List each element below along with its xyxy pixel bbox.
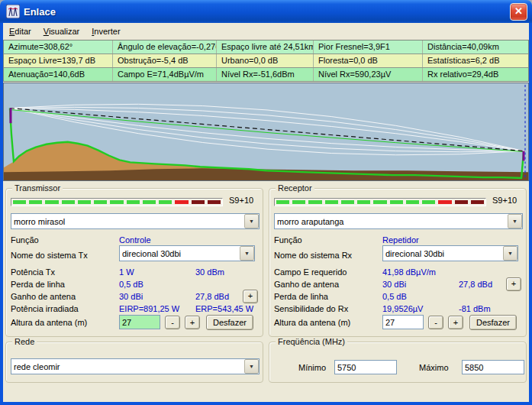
frequency-max-label: Máximo	[419, 363, 449, 372]
window-title: Enlace	[24, 6, 56, 18]
tx-gain-dbd: 27,8 dBd	[195, 292, 229, 301]
rx-funcao-label: Função	[274, 235, 302, 245]
distance-cell: Distância=40,09km	[423, 40, 528, 53]
frequency-group-title: Freqüência (MHz)	[276, 337, 347, 346]
summary-row-3: Atenuação=140,6dB Campo E=71,4dBµV/m Nív…	[4, 68, 528, 81]
rx-gain-dbi: 30 dBi	[382, 280, 406, 289]
signal-segment	[357, 200, 370, 204]
network-group-title: Rede	[12, 337, 37, 346]
tx-site-combobox[interactable]: morro mirasol ▼	[11, 213, 260, 229]
tx-height-minus-button[interactable]: -	[165, 316, 180, 329]
signal-segment	[175, 200, 188, 204]
rx-sensitivity-uv: 19,9526µV	[382, 304, 423, 313]
tx-funcao-label: Função	[11, 235, 39, 245]
signal-segment	[192, 200, 205, 204]
rx-site-combobox[interactable]: morro araputanga ▼	[274, 213, 523, 229]
tx-site-dropdown-icon[interactable]: ▼	[244, 214, 259, 228]
terrain-profile-svg	[4, 83, 528, 180]
tx-gain-dbi: 30 dBi	[119, 292, 143, 301]
rx-signal-strength-bar	[274, 198, 486, 206]
rx-line-loss-row: Perda de linha 0,5 dB	[274, 291, 521, 303]
signal-segment	[208, 200, 221, 204]
tx-gain-plus-button[interactable]: +	[243, 290, 258, 303]
tx-antenna-height-label: Altura da antena (m)	[11, 318, 87, 327]
receiver-group-title: Receptor	[276, 183, 314, 193]
rx-site-dropdown-icon[interactable]: ▼	[508, 214, 522, 228]
network-combobox[interactable]: rede cleomir ▼	[11, 358, 260, 374]
frequency-group: Freqüência (MHz) Mínimo Máximo	[269, 342, 527, 383]
rx-height-plus-button[interactable]: +	[448, 316, 463, 329]
signal-segment	[159, 200, 172, 204]
tx-gain-label: Ganho de antena	[11, 292, 76, 301]
rx-level-uv-cell: Nível Rx=590,23µV	[314, 68, 423, 81]
close-button[interactable]: ✕	[510, 3, 527, 21]
tx-system-label: Nome do sistema Tx	[11, 251, 88, 260]
rx-sensitivity-label: Sensibilidade do Rx	[274, 304, 348, 313]
rx-gain-plus-button[interactable]: +	[506, 277, 521, 291]
network-dropdown-icon[interactable]: ▼	[244, 359, 259, 374]
frequency-min-input[interactable]	[334, 360, 397, 374]
tx-antenna-height-input[interactable]	[119, 315, 160, 329]
tx-line-loss-value: 0,5 dB	[119, 280, 143, 289]
menu-inverter[interactable]: Inverter	[85, 25, 126, 37]
rx-antenna-height-input[interactable]	[382, 315, 424, 329]
summary-row-2: Espaço Livre=139,7 dB Obstrução=-5,4 dB …	[4, 54, 528, 68]
menu-visualizar[interactable]: Visualizar	[37, 25, 86, 37]
tx-antenna-height-row: Altura da antena (m) - + Desfazer	[11, 315, 258, 331]
menu-bar: Editar Visualizar Inverter	[3, 23, 529, 39]
rx-gain-row: Ganho de antena 30 dBi 27,8 dBd +	[274, 279, 521, 291]
tx-power-row: Potência Tx 1 W 30 dBm	[11, 267, 258, 279]
rx-required-field-value: 41,98 dBµV/m	[382, 267, 436, 277]
tx-power-dbm: 30 dBm	[195, 267, 224, 277]
rx-height-minus-button[interactable]: -	[428, 316, 443, 329]
statistics-cell: Estatísticas=6,2 dB	[423, 54, 528, 67]
signal-segment	[62, 200, 75, 204]
rx-relative-cell: Rx relativo=29,4dB	[423, 68, 528, 81]
signal-segment	[78, 200, 91, 204]
tx-undo-button[interactable]: Desfazer	[206, 315, 253, 330]
rx-signal-label: S9+10	[492, 196, 517, 205]
signal-segment	[471, 200, 484, 204]
tx-height-plus-button[interactable]: +	[185, 316, 200, 329]
elevation-angle-cell: Ângulo de elevação=-0,276°	[113, 40, 217, 53]
tx-radiated-label: Potência irradiada	[11, 304, 79, 313]
rx-system-combobox[interactable]: direcional 30dbi ▼	[382, 245, 518, 261]
menu-editar[interactable]: Editar	[3, 25, 37, 37]
rx-sensitivity-row: Sensibilidade do Rx 19,9526µV -81 dBm	[274, 303, 521, 316]
signal-segment	[292, 200, 305, 204]
rx-system-dropdown-icon[interactable]: ▼	[503, 246, 517, 261]
tx-site-value: morro mirasol	[14, 217, 65, 226]
rx-system-label: Nome do sistema Rx	[274, 251, 352, 260]
tx-system-combobox[interactable]: direcional 30dbi ▼	[119, 245, 255, 261]
tx-power-watts: 1 W	[119, 267, 134, 277]
tx-signal-label: S9+10	[229, 196, 253, 205]
tx-signal-strength-bar	[11, 198, 223, 206]
free-space-range-cell: Espaço livre até 24,51km	[217, 40, 314, 53]
terrain-profile-chart	[3, 83, 529, 181]
link-summary-table: Azimute=308,62° Ângulo de elevação=-0,27…	[3, 40, 529, 82]
signal-segment	[406, 200, 419, 204]
rx-line-loss-label: Perda de linha	[274, 292, 328, 301]
rx-site-value: morro araputanga	[277, 217, 343, 226]
rx-undo-button[interactable]: Desfazer	[469, 315, 517, 330]
tx-line-loss-row: Perda de linha 0,5 dB	[11, 279, 258, 291]
signal-segment	[325, 200, 338, 204]
title-bar: Enlace ✕	[0, 0, 532, 23]
signal-segment	[308, 200, 321, 204]
tx-system-dropdown-icon[interactable]: ▼	[240, 246, 254, 261]
obstruction-cell: Obstrução=-5,4 dB	[113, 54, 217, 67]
rx-gain-dbd: 27,8 dBd	[459, 280, 492, 289]
signal-segment	[455, 200, 468, 204]
network-value: rede cleomir	[14, 362, 60, 371]
signal-segment	[13, 200, 26, 204]
receiver-group: Receptor S9+10 morro araputanga ▼ Função…	[269, 188, 527, 337]
signal-segment	[29, 200, 42, 204]
signal-segment	[127, 200, 140, 204]
frequency-max-input[interactable]	[462, 360, 524, 374]
free-space-loss-cell: Espaço Livre=139,7 dB	[4, 54, 113, 67]
signal-segment	[373, 200, 386, 204]
tx-power-label: Potência Tx	[11, 267, 55, 277]
enlace-window: Enlace ✕ Editar Visualizar Inverter Azim…	[0, 0, 532, 405]
azimuth-cell: Azimute=308,62°	[4, 40, 113, 53]
transmitter-group-title: Transmissor	[12, 183, 63, 193]
